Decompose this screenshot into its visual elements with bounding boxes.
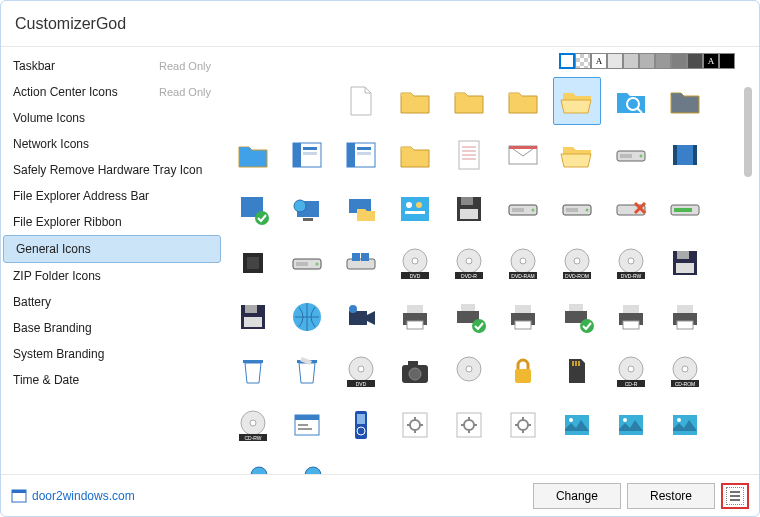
icon-cell[interactable] <box>661 293 709 341</box>
background-swatch[interactable] <box>655 53 671 69</box>
icon-cell[interactable] <box>283 185 331 233</box>
disc-icon: DVD-RAM <box>505 245 541 281</box>
background-swatch[interactable] <box>607 53 623 69</box>
icon-cell[interactable] <box>283 347 331 395</box>
icon-cell[interactable] <box>607 401 655 449</box>
icon-cell[interactable] <box>229 293 277 341</box>
icon-cell[interactable] <box>607 77 655 125</box>
icon-cell[interactable] <box>283 455 331 474</box>
sidebar-item[interactable]: File Explorer Ribbon <box>1 209 223 235</box>
icon-cell[interactable] <box>499 347 547 395</box>
background-swatch[interactable] <box>623 53 639 69</box>
icon-cell[interactable]: DVD-RW <box>607 239 655 287</box>
scrollbar[interactable] <box>741 77 755 462</box>
icon-cell[interactable] <box>607 293 655 341</box>
sidebar-item[interactable]: Time & Date <box>1 367 223 393</box>
sidebar-item[interactable]: Volume Icons <box>1 105 223 131</box>
icon-cell[interactable] <box>391 293 439 341</box>
sidebar-item[interactable]: Safely Remove Hardware Tray Icon <box>1 157 223 183</box>
hdd-icon <box>559 191 595 227</box>
icon-cell[interactable] <box>499 131 547 179</box>
background-swatch[interactable]: A <box>591 53 607 69</box>
background-swatch[interactable] <box>559 53 575 69</box>
sidebar-item[interactable]: Network Icons <box>1 131 223 157</box>
sidebar-item[interactable]: General Icons <box>3 235 221 263</box>
icon-cell[interactable] <box>391 77 439 125</box>
icon-cell[interactable] <box>337 131 385 179</box>
icon-cell[interactable]: DVD-RAM <box>499 239 547 287</box>
icon-cell[interactable] <box>283 131 331 179</box>
background-swatch[interactable]: A <box>703 53 719 69</box>
background-swatch[interactable] <box>719 53 735 69</box>
icon-grid-scroll[interactable]: DVDDVD-RDVD-RAMDVD-ROMDVD-RWDVDCD-RCD-RO… <box>223 69 759 474</box>
icon-cell[interactable] <box>229 185 277 233</box>
icon-cell[interactable] <box>337 239 385 287</box>
sidebar-item[interactable]: File Explorer Address Bar <box>1 183 223 209</box>
icon-cell[interactable]: CD-R <box>607 347 655 395</box>
icon-cell[interactable] <box>229 131 277 179</box>
icon-cell[interactable] <box>553 347 601 395</box>
icon-cell[interactable] <box>661 401 709 449</box>
icon-cell[interactable]: DVD <box>391 239 439 287</box>
svg-text:DVD-ROM: DVD-ROM <box>565 273 589 279</box>
icon-cell[interactable]: DVD-ROM <box>553 239 601 287</box>
icon-cell[interactable] <box>445 293 493 341</box>
icon-cell[interactable] <box>391 131 439 179</box>
icon-cell[interactable]: CD-RW <box>229 401 277 449</box>
icon-cell[interactable] <box>499 77 547 125</box>
icon-cell[interactable] <box>337 185 385 233</box>
restore-button[interactable]: Restore <box>627 483 715 509</box>
icon-cell[interactable] <box>229 239 277 287</box>
background-swatch[interactable] <box>671 53 687 69</box>
icon-cell[interactable] <box>553 131 601 179</box>
icon-cell[interactable] <box>661 239 709 287</box>
icon-cell[interactable] <box>499 401 547 449</box>
icon-cell[interactable] <box>445 185 493 233</box>
icon-cell[interactable] <box>445 401 493 449</box>
icon-cell[interactable] <box>229 347 277 395</box>
change-button[interactable]: Change <box>533 483 621 509</box>
icon-cell[interactable] <box>337 293 385 341</box>
background-swatch[interactable] <box>639 53 655 69</box>
icon-cell[interactable] <box>499 293 547 341</box>
svg-rect-99 <box>677 321 693 329</box>
icon-cell[interactable] <box>553 77 601 125</box>
icon-cell[interactable] <box>445 347 493 395</box>
svg-point-124 <box>250 420 256 426</box>
icon-cell[interactable] <box>553 293 601 341</box>
icon-cell[interactable]: CD-ROM <box>661 347 709 395</box>
website-link[interactable]: door2windows.com <box>11 488 135 504</box>
sidebar-item[interactable]: Battery <box>1 289 223 315</box>
icon-cell[interactable] <box>391 347 439 395</box>
svg-point-40 <box>586 209 589 212</box>
icon-cell[interactable] <box>391 185 439 233</box>
icon-cell[interactable] <box>661 185 709 233</box>
menu-button[interactable] <box>721 483 749 509</box>
icon-cell[interactable] <box>661 77 709 125</box>
icon-cell[interactable]: DVD-R <box>445 239 493 287</box>
icon-cell[interactable] <box>553 185 601 233</box>
sidebar-item[interactable]: ZIP Folder Icons <box>1 263 223 289</box>
icon-cell[interactable] <box>337 401 385 449</box>
icon-cell[interactable] <box>391 401 439 449</box>
sidebar-item[interactable]: Base Branding <box>1 315 223 341</box>
icon-cell[interactable] <box>229 455 277 474</box>
icon-cell[interactable] <box>607 131 655 179</box>
background-swatch[interactable] <box>575 53 591 69</box>
icon-cell[interactable] <box>337 77 385 125</box>
icon-cell[interactable]: DVD <box>337 347 385 395</box>
icon-cell[interactable] <box>283 401 331 449</box>
icon-cell[interactable] <box>607 185 655 233</box>
sidebar-item[interactable]: System Branding <box>1 341 223 367</box>
icon-cell[interactable] <box>661 131 709 179</box>
scrollbar-thumb[interactable] <box>744 87 752 177</box>
sidebar-item[interactable]: Action Center IconsRead Only <box>1 79 223 105</box>
icon-cell[interactable] <box>283 239 331 287</box>
icon-cell[interactable] <box>445 131 493 179</box>
background-swatch[interactable] <box>687 53 703 69</box>
icon-cell[interactable] <box>553 401 601 449</box>
sidebar-item[interactable]: TaskbarRead Only <box>1 53 223 79</box>
icon-cell[interactable] <box>445 77 493 125</box>
icon-cell[interactable] <box>283 293 331 341</box>
icon-cell[interactable] <box>499 185 547 233</box>
